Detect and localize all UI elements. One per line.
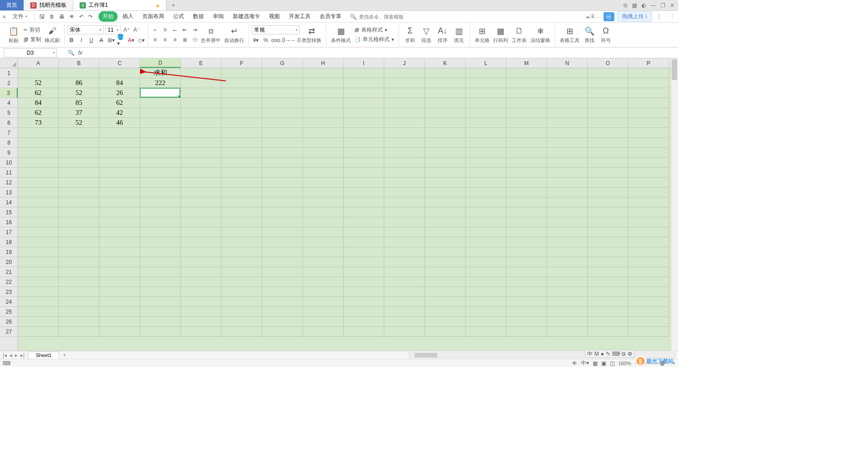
cell-J17[interactable] xyxy=(384,227,425,237)
cell-B12[interactable] xyxy=(59,178,99,188)
preview-icon[interactable]: 👁 xyxy=(69,14,75,20)
cell-L10[interactable] xyxy=(466,158,506,168)
font-name-select[interactable]: 宋体▾ xyxy=(67,25,104,34)
cell-K7[interactable] xyxy=(425,128,466,138)
cell-K23[interactable] xyxy=(425,287,466,297)
cell-M6[interactable] xyxy=(506,118,547,128)
cell-C6[interactable]: 46 xyxy=(99,118,140,128)
cell-G11[interactable] xyxy=(262,168,303,178)
cell-N27[interactable] xyxy=(547,327,588,337)
cell-K22[interactable] xyxy=(425,277,466,287)
cell-M17[interactable] xyxy=(506,227,547,237)
cell-M11[interactable] xyxy=(506,168,547,178)
cell-I12[interactable] xyxy=(344,178,384,188)
merge-center-button[interactable]: ⧈合并居中 xyxy=(199,25,222,45)
cell-C11[interactable] xyxy=(99,168,140,178)
col-header-J[interactable]: J xyxy=(384,58,425,68)
cell-B13[interactable] xyxy=(59,188,99,197)
cell-G21[interactable] xyxy=(262,267,303,277)
cell-D20[interactable] xyxy=(140,257,181,267)
cell-J16[interactable] xyxy=(384,217,425,227)
cell-P25[interactable] xyxy=(628,307,669,317)
cell-D2[interactable]: 222 xyxy=(140,78,181,88)
cell-L23[interactable] xyxy=(466,287,506,297)
cell-F8[interactable] xyxy=(222,138,262,148)
cell-I27[interactable] xyxy=(344,327,384,337)
cell-M20[interactable] xyxy=(506,257,547,267)
cell-P10[interactable] xyxy=(628,158,669,168)
row-header-10[interactable]: 10 xyxy=(0,158,18,168)
sort-button[interactable]: A↓排序 xyxy=(434,25,451,45)
cell-B15[interactable] xyxy=(59,207,99,217)
cell-G7[interactable] xyxy=(262,128,303,138)
cell-A5[interactable]: 62 xyxy=(18,108,59,118)
cell-I26[interactable] xyxy=(344,317,384,327)
cell-C18[interactable] xyxy=(99,237,140,247)
cell-L2[interactable] xyxy=(466,78,506,88)
cell-C2[interactable]: 84 xyxy=(99,78,140,88)
copy-button[interactable]: 🗐 复制 xyxy=(22,35,43,44)
cell-I1[interactable] xyxy=(344,68,384,78)
redo-icon[interactable]: ↷ xyxy=(88,14,93,20)
status-icon[interactable]: ⌨ xyxy=(3,360,10,367)
cell-C27[interactable] xyxy=(99,327,140,337)
cell-M18[interactable] xyxy=(506,237,547,247)
cell-B2[interactable]: 86 xyxy=(59,78,99,88)
cell-B21[interactable] xyxy=(59,267,99,277)
cell-O16[interactable] xyxy=(588,217,628,227)
cell-I2[interactable] xyxy=(344,78,384,88)
menu-tab-1[interactable]: 插入 xyxy=(118,11,137,22)
cell-J15[interactable] xyxy=(384,207,425,217)
cell-G16[interactable] xyxy=(262,217,303,227)
cell-N4[interactable] xyxy=(547,98,588,108)
cell-C8[interactable] xyxy=(99,138,140,148)
menu-tab-6[interactable]: 新建选项卡 xyxy=(229,11,264,22)
cell-M16[interactable] xyxy=(506,217,547,227)
cell-L21[interactable] xyxy=(466,267,506,277)
cell-K6[interactable] xyxy=(425,118,466,128)
sheet-add-button[interactable]: + xyxy=(59,352,70,358)
cell-P4[interactable] xyxy=(628,98,669,108)
cut-button[interactable]: ✂ 剪切 xyxy=(22,26,43,34)
cell-F22[interactable] xyxy=(222,277,262,287)
cell-H22[interactable] xyxy=(303,277,344,287)
cell-N3[interactable] xyxy=(547,88,588,98)
cell-K8[interactable] xyxy=(425,138,466,148)
cell-N12[interactable] xyxy=(547,178,588,188)
cell-O27[interactable] xyxy=(588,327,628,337)
fill-color-button[interactable]: 🪣▾ xyxy=(117,36,125,44)
cell-E7[interactable] xyxy=(181,128,222,138)
cell-E11[interactable] xyxy=(181,168,222,178)
cell-E13[interactable] xyxy=(181,188,222,197)
cell-L7[interactable] xyxy=(466,128,506,138)
cell-E2[interactable] xyxy=(181,78,222,88)
cell-D21[interactable] xyxy=(140,267,181,277)
cell-G15[interactable] xyxy=(262,207,303,217)
menu-tab-7[interactable]: 视图 xyxy=(265,11,284,22)
hscroll-thumb[interactable] xyxy=(415,353,437,357)
cell-D8[interactable] xyxy=(140,138,181,148)
cell-H5[interactable] xyxy=(303,108,344,118)
cell-L5[interactable] xyxy=(466,108,506,118)
cell-K15[interactable] xyxy=(425,207,466,217)
cell-G6[interactable] xyxy=(262,118,303,128)
cell-H10[interactable] xyxy=(303,158,344,168)
cell-N11[interactable] xyxy=(547,168,588,178)
cell-B19[interactable] xyxy=(59,247,99,257)
cell-C10[interactable] xyxy=(99,158,140,168)
cell-H15[interactable] xyxy=(303,207,344,217)
cell-M23[interactable] xyxy=(506,287,547,297)
cell-O10[interactable] xyxy=(588,158,628,168)
cell-L14[interactable] xyxy=(466,197,506,207)
cell-A13[interactable] xyxy=(18,188,59,197)
cell-L4[interactable] xyxy=(466,98,506,108)
cell-M19[interactable] xyxy=(506,247,547,257)
cell-F16[interactable] xyxy=(222,217,262,227)
strike-button[interactable]: A̶ xyxy=(97,36,105,44)
cell-M8[interactable] xyxy=(506,138,547,148)
cell-G5[interactable] xyxy=(262,108,303,118)
command-search[interactable]: 🔍 xyxy=(350,14,422,20)
cell-E10[interactable] xyxy=(181,158,222,168)
cell-A10[interactable] xyxy=(18,158,59,168)
cell-C23[interactable] xyxy=(99,287,140,297)
